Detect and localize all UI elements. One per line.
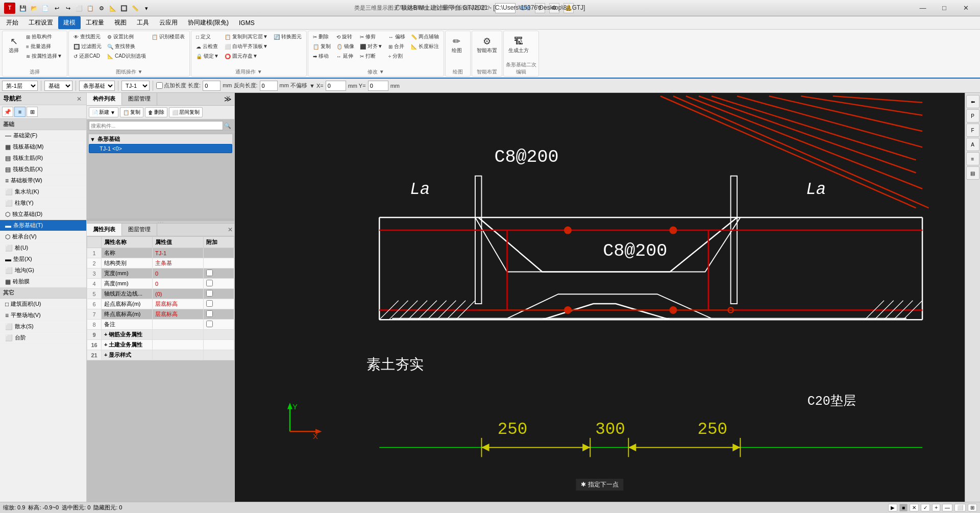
- props-cell-value[interactable]: [153, 320, 204, 330]
- ribbon-btn-pick[interactable]: ⊞ 拾取构件: [23, 32, 65, 41]
- ribbon-btn-length-mark[interactable]: 📐 长度标注: [408, 42, 442, 51]
- ribbon-btn-two-point-axis[interactable]: 📏 两点辅轴: [408, 32, 442, 41]
- nav-item-strip-found[interactable]: ▬ 条形基础(T): [0, 220, 86, 231]
- props-cell-value[interactable]: 层底标高: [153, 299, 204, 309]
- nav-grid-btn[interactable]: ⊞: [27, 107, 38, 117]
- props-tab-list[interactable]: 属性列表: [87, 224, 122, 236]
- search-icon[interactable]: 🔍: [223, 121, 232, 130]
- status-btn-5[interactable]: +: [932, 504, 940, 511]
- menu-collab[interactable]: 协同建模(限免): [183, 16, 234, 29]
- ribbon-btn-find-replace[interactable]: 🔍 查找替换: [105, 42, 149, 51]
- comp-tree-item-tj1[interactable]: TJ-1 <0>: [89, 144, 232, 153]
- tb2[interactable]: 📋: [85, 3, 95, 13]
- rev-input[interactable]: [260, 81, 278, 91]
- props-cell-value[interactable]: 主条基: [153, 258, 204, 268]
- ribbon-btn-break[interactable]: ✂ 打断: [357, 52, 385, 61]
- x-input[interactable]: [326, 81, 346, 91]
- ribbon-btn-define[interactable]: □ 定义: [193, 32, 222, 41]
- right-btn-1[interactable]: ⬅: [966, 95, 979, 108]
- ribbon-btn-extend[interactable]: ↔ 延伸: [334, 52, 357, 61]
- nav-item-brick-form[interactable]: ▦ 砖胎膜: [0, 276, 86, 287]
- nav-item-pile[interactable]: ⬜ 桩(U): [0, 242, 86, 254]
- nav-item-pit[interactable]: ⬜ 集水坑(K): [0, 186, 86, 198]
- more-btn[interactable]: ▾: [141, 3, 152, 13]
- ribbon-btn-scale[interactable]: ⚙ 设置比例: [105, 32, 149, 41]
- tb6[interactable]: 📏: [130, 3, 140, 13]
- ribbon-label-drawing[interactable]: 图纸操作 ▼: [69, 68, 189, 76]
- ribbon-btn-split[interactable]: ÷ 分割: [386, 52, 408, 61]
- ribbon-btn-circle-save[interactable]: ⭕ 圆元存盘▼: [222, 52, 271, 61]
- ribbon-btn-smart-place[interactable]: ⚙ 智能布置: [474, 32, 500, 59]
- ribbon-btn-filter[interactable]: 🔲 过滤图元: [71, 42, 104, 51]
- new-btn[interactable]: 📄: [40, 3, 51, 13]
- menu-start[interactable]: 开始: [1, 16, 23, 29]
- ribbon-btn-batch-select[interactable]: ≡ 批量选择: [23, 42, 65, 51]
- ribbon-btn-rotate[interactable]: ⟲ 旋转: [334, 32, 357, 41]
- menu-model[interactable]: 建模: [58, 16, 81, 29]
- comp-btn-copy[interactable]: 📋 复制: [120, 107, 143, 117]
- ribbon-label-modify[interactable]: 修改 ▼: [308, 68, 444, 76]
- nav-item-raft[interactable]: ▦ 筏板基础(M): [0, 141, 86, 153]
- props-cell-value[interactable]: TJ-1: [153, 248, 204, 258]
- nav-item-trench[interactable]: ⬜ 地沟(G): [0, 265, 86, 276]
- nav-list-btn[interactable]: ≡: [14, 107, 26, 117]
- ribbon-btn-convert[interactable]: 🔄 转换图元: [271, 32, 304, 41]
- ribbon-btn-merge[interactable]: ⊞ 合并: [386, 42, 408, 51]
- nav-item-isolated-found[interactable]: ⬡ 独立基础(D): [0, 209, 86, 220]
- ribbon-btn-lock[interactable]: 🔒 锁定▼: [193, 52, 222, 61]
- comp-panel-close[interactable]: ✕: [224, 94, 232, 102]
- ribbon-btn-identify-floor[interactable]: 📋 识别楼层表: [149, 32, 187, 41]
- nav-item-raft-main-bar[interactable]: ▤ 筏板主筋(R): [0, 153, 86, 164]
- ribbon-btn-trim[interactable]: ✂ 修剪: [357, 32, 385, 41]
- right-btn-5[interactable]: ≡: [966, 152, 979, 165]
- redo-btn[interactable]: ↪: [63, 3, 73, 13]
- nav-item-cushion[interactable]: ▬ 垫层(X): [0, 254, 86, 265]
- ribbon-btn-cloud-check[interactable]: ☁ 云检查: [193, 42, 222, 51]
- type-select[interactable]: 基础: [44, 81, 72, 91]
- ribbon-btn-attr-select[interactable]: ≋ 按属性选择▼: [23, 52, 65, 61]
- ribbon-btn-draw[interactable]: ✏ 绘图: [448, 32, 466, 59]
- right-btn-4[interactable]: A: [966, 138, 979, 151]
- status-btn-6[interactable]: —: [942, 504, 952, 511]
- search-input[interactable]: [89, 121, 223, 130]
- menu-igms[interactable]: IGMS: [234, 16, 260, 29]
- ribbon-btn-align[interactable]: ⬛ 对齐▼: [357, 42, 385, 51]
- nav-item-raft-band[interactable]: ≡ 基础板带(W): [0, 175, 86, 186]
- ribbon-btn-move[interactable]: ➡ 移动: [310, 52, 333, 61]
- open-btn[interactable]: 📂: [29, 3, 39, 13]
- point-add-checkbox[interactable]: [156, 82, 163, 89]
- ribbon-btn-cad-option[interactable]: 📐 CAD识别选项: [105, 52, 149, 61]
- tb5[interactable]: 🔲: [119, 3, 129, 13]
- status-btn-1[interactable]: ▶: [888, 504, 897, 511]
- props-cell-value[interactable]: 0: [153, 268, 204, 279]
- ribbon-btn-mirror[interactable]: 🪞 镜像: [334, 42, 357, 51]
- canvas-area[interactable]: Y X C8@200 La La C8@200 素土夯实 C20垫层 250 3…: [235, 93, 965, 502]
- close-btn[interactable]: ✕: [955, 2, 976, 14]
- save-btn[interactable]: 💾: [18, 3, 28, 13]
- menu-view[interactable]: 视图: [109, 16, 132, 29]
- ribbon-btn-offset[interactable]: ↔ 偏移: [386, 32, 408, 41]
- comp-btn-floor-copy[interactable]: ⬜ 层间复制: [169, 107, 203, 117]
- nav-item-building-area[interactable]: □ 建筑面积(U): [0, 299, 86, 310]
- nav-item-col-pier[interactable]: ⬜ 柱墩(Y): [0, 198, 86, 209]
- comp-btn-delete[interactable]: 🗑 删除: [145, 107, 167, 117]
- maximize-btn[interactable]: □: [934, 2, 954, 14]
- props-tab-layer[interactable]: 图层管理: [122, 224, 157, 236]
- sub-type-select[interactable]: 条形基础: [79, 81, 115, 91]
- comp-tab-layer[interactable]: 图层管理: [122, 93, 157, 105]
- nav-item-raft-neg-bar[interactable]: ▤ 筏板负筋(X): [0, 164, 86, 175]
- ribbon-label-general[interactable]: 通用操作 ▼: [191, 68, 306, 76]
- nav-item-pile-cap[interactable]: ⬡ 桩承台(V): [0, 231, 86, 242]
- ribbon-btn-copy-to-floor[interactable]: 📋 复制到其它层▼: [222, 32, 271, 41]
- nav-item-steps[interactable]: ⬜ 台阶: [0, 332, 86, 344]
- nav-item-apron[interactable]: ⬜ 散水(S): [0, 321, 86, 332]
- ribbon-btn-select[interactable]: ↖ 选择: [5, 32, 23, 59]
- y-input[interactable]: [368, 81, 388, 91]
- ribbon-btn-restore-cad[interactable]: ↺ 还原CAD: [71, 52, 104, 61]
- comp-btn-new[interactable]: 📄 新建 ▼: [89, 107, 118, 117]
- status-btn-2[interactable]: ■: [899, 504, 908, 511]
- status-btn-3[interactable]: ✕: [910, 504, 919, 511]
- props-cell-value[interactable]: 0: [153, 279, 204, 289]
- ribbon-btn-delete[interactable]: ✂ 删除: [310, 32, 333, 41]
- menu-quantity[interactable]: 工程量: [81, 16, 109, 29]
